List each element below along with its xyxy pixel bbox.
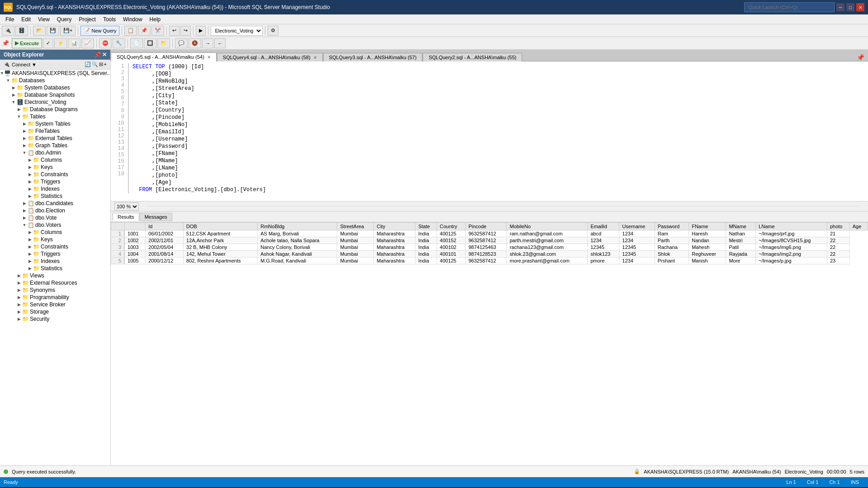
expand-icon[interactable]: ▶: [27, 158, 33, 162]
oe-pin-icon[interactable]: 📌: [94, 52, 101, 58]
expand-icon[interactable]: ▶: [27, 165, 33, 169]
check-button[interactable]: ✓: [43, 38, 53, 48]
tree-item-dbsnap[interactable]: ▶ 📁 Database Snapshots: [0, 91, 110, 99]
open-button[interactable]: 📂: [33, 26, 46, 36]
menu-project[interactable]: Project: [75, 15, 99, 23]
display-button[interactable]: 📊: [68, 38, 80, 48]
menu-query[interactable]: Query: [53, 15, 75, 23]
expand-icon[interactable]: ▶: [16, 310, 22, 314]
database-selector[interactable]: Electronic_Voting: [211, 26, 263, 36]
expand-icon[interactable]: ▶: [27, 194, 33, 198]
tab-sqlquery3[interactable]: SQLQuery3.sql - A...ANSHA\malku (57): [323, 53, 423, 61]
expand-icon[interactable]: ▶: [27, 252, 33, 256]
results-grid-button[interactable]: 🔲: [144, 38, 156, 48]
expand-icon[interactable]: ▶: [22, 136, 27, 141]
maximize-button[interactable]: □: [846, 3, 854, 11]
menu-window[interactable]: Window: [119, 15, 146, 23]
tree-item-synonyms[interactable]: ▶ 📁 Synonyms: [0, 286, 110, 294]
oe-close-icon[interactable]: ✕: [102, 52, 107, 58]
cut-button[interactable]: ✂️: [151, 26, 164, 36]
tree-item-databases[interactable]: ▼ 📁 Databases: [0, 77, 110, 84]
results-text-button[interactable]: 📄: [130, 38, 143, 48]
expand-icon[interactable]: ▶: [16, 281, 22, 285]
tree-item-stats1[interactable]: ▶ 📁 Statistics: [0, 192, 110, 200]
results-grid[interactable]: IdDOBRmNoBldgStreetAreaCityStateCountryP…: [111, 222, 868, 465]
new-db-query-button[interactable]: 🗄️: [15, 26, 28, 36]
parse-button[interactable]: ⚡: [54, 38, 67, 48]
tree-item-storage[interactable]: ▶ 📁 Storage: [0, 308, 110, 315]
expand-icon[interactable]: ▶: [16, 288, 22, 292]
expand-icon[interactable]: ▶: [22, 201, 27, 206]
tree-item-keys1[interactable]: ▶ 📁 Keys: [0, 164, 110, 171]
expand-icon[interactable]: ▶: [22, 208, 27, 213]
tab-close-icon[interactable]: ✕: [207, 55, 211, 60]
tree-item-prog[interactable]: ▶ 📁 Programmability: [0, 294, 110, 301]
messages-tab[interactable]: Messages: [140, 213, 172, 221]
tree-item-columns1[interactable]: ▶ 📁 Columns: [0, 156, 110, 164]
tree-item-dbovoters[interactable]: ▼ 📋 dbo.Voters: [0, 221, 110, 229]
cancel-button[interactable]: ⛔: [99, 38, 112, 48]
tree-item-exttables[interactable]: ▶ 📁 External Tables: [0, 135, 110, 142]
tree-item-dbocand[interactable]: ▶ 📋 dbo.Candidates: [0, 200, 110, 207]
oe-refresh-icon[interactable]: 🔄: [85, 61, 91, 67]
query-editor[interactable]: 123456789101112131415161718 SELECT TOP (…: [111, 61, 868, 202]
tree-item-stats2[interactable]: ▶ 📁 Statistics: [0, 265, 110, 272]
undo-button[interactable]: ↩: [169, 26, 179, 36]
tree-item-graphtables[interactable]: ▶ 📁 Graph Tables: [0, 142, 110, 149]
minimize-button[interactable]: ─: [836, 3, 844, 11]
menu-file[interactable]: File: [2, 15, 18, 23]
oe-new-icon[interactable]: +: [104, 61, 107, 67]
expand-icon[interactable]: ▼: [22, 150, 27, 155]
oe-connect-button[interactable]: 🔌 Connect ▼ 🔄 🔍 ⊟ +: [0, 60, 110, 70]
tab-sqlquery2[interactable]: SQLQuery2.sql - A...ANSHA\malku (55): [423, 53, 522, 61]
include-client-button[interactable]: 📈: [81, 38, 94, 48]
expand-icon[interactable]: ▶: [22, 216, 27, 220]
comment-button[interactable]: 💬: [175, 38, 188, 48]
indent-button[interactable]: →: [202, 38, 213, 48]
tree-item-triggers1[interactable]: ▶ 📁 Triggers: [0, 178, 110, 185]
copy-button[interactable]: 📋: [124, 26, 137, 36]
expand-icon[interactable]: ▼: [0, 71, 4, 75]
debug-button[interactable]: ▶: [196, 26, 206, 36]
tree-item-svcbroker[interactable]: ▶ 📁 Service Broker: [0, 301, 110, 308]
expand-icon[interactable]: ▶: [22, 129, 27, 133]
menu-help[interactable]: Help: [146, 15, 165, 23]
menu-view[interactable]: View: [34, 15, 53, 23]
tree-item-keys2[interactable]: ▶ 📁 Keys: [0, 236, 110, 243]
expand-icon[interactable]: ▶: [11, 93, 16, 97]
uncomment-button[interactable]: 🔕: [189, 38, 201, 48]
zoom-select[interactable]: 100 %: [114, 202, 139, 211]
tree-item-constraints1[interactable]: ▶ 📁 Constraints: [0, 171, 110, 178]
tree-item-filetables[interactable]: ▶ 📁 FileTables: [0, 127, 110, 135]
redo-button[interactable]: ↪: [180, 26, 191, 36]
oe-collapse-icon[interactable]: ⊟: [99, 61, 103, 67]
results-tab[interactable]: Results: [113, 213, 139, 221]
expand-icon[interactable]: ▶: [27, 259, 33, 263]
expand-icon[interactable]: ▶: [27, 187, 33, 191]
expand-icon[interactable]: ▶: [22, 122, 27, 126]
tree-item-dbdiag[interactable]: ▶ 📁 Database Diagrams: [0, 106, 110, 113]
expand-icon[interactable]: ▶: [27, 179, 33, 184]
expand-icon[interactable]: ▶: [22, 143, 27, 148]
expand-icon[interactable]: ▶: [16, 317, 22, 321]
save-all-button[interactable]: 💾+: [60, 26, 75, 36]
tab-sqlquery5[interactable]: SQLQuery5.sql - A...ANSHA\malku (54) ✕: [111, 52, 217, 61]
expand-icon[interactable]: ▼: [5, 78, 11, 83]
tree-item-views[interactable]: ▶ 📁 Views: [0, 272, 110, 279]
expand-icon[interactable]: ▶: [16, 273, 22, 278]
expand-icon[interactable]: ▼: [22, 223, 27, 227]
tree-item-tables[interactable]: ▼ 📁 Tables: [0, 113, 110, 120]
save-button[interactable]: 💾: [47, 26, 59, 36]
tree-item-systemdb[interactable]: ▶ 📁 System Databases: [0, 84, 110, 91]
expand-icon[interactable]: ▶: [16, 107, 22, 112]
tree-item-systables[interactable]: ▶ 📁 System Tables: [0, 120, 110, 127]
quick-launch-input[interactable]: [744, 2, 835, 12]
expand-icon[interactable]: ▶: [27, 244, 33, 249]
execute-button[interactable]: ▶ Execute: [12, 38, 42, 48]
expand-icon[interactable]: ▶: [11, 85, 16, 90]
unindent-button[interactable]: ←: [214, 38, 226, 48]
tab-close-icon[interactable]: ✕: [313, 55, 317, 60]
expand-icon[interactable]: ▼: [16, 114, 22, 119]
menu-edit[interactable]: Edit: [18, 15, 34, 23]
expand-icon[interactable]: ▶: [16, 295, 22, 300]
